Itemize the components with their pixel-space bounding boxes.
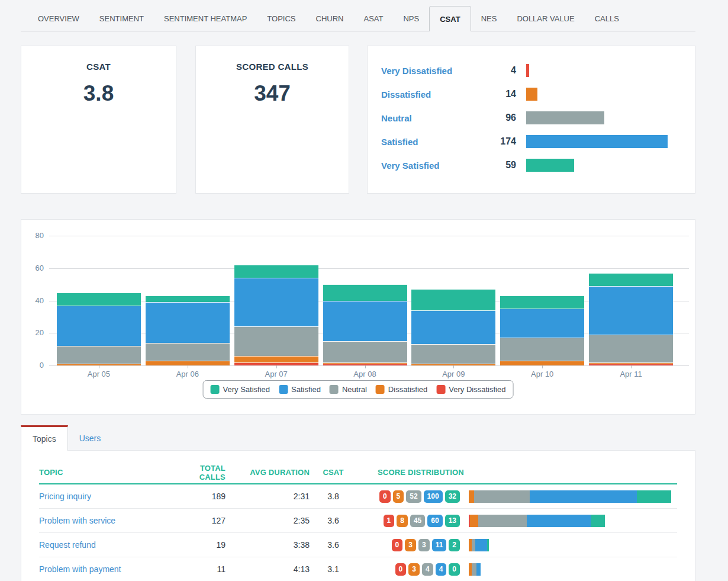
bar-slot-apr-11 [587,236,675,365]
score-distribution-cell: 03440 [357,563,677,576]
score-badge-5: 0 [449,563,460,576]
csat-cell: 3.8 [310,492,357,501]
csat-distribution-panel: Very Dissatisfied4Dissatisfied14Neutral9… [367,46,695,194]
score-badges: 03440 [378,563,460,576]
stacked-bar-apr-05[interactable] [57,293,141,365]
bar-segment-satisfied [589,286,673,335]
scored-calls-card-value: 347 [196,81,349,106]
table-row-problem-with-service: Problem with service1272:353.618456013 [39,509,677,533]
nav-tab-calls[interactable]: CALLS [585,6,629,31]
nav-tab-nps[interactable]: NPS [393,6,429,31]
distribution-value-very-satisfied: 59 [500,160,526,171]
bar-segment-dissatisfied [500,361,584,365]
distribution-bar-satisfied [526,135,668,148]
minibar-segment-5 [591,515,605,527]
stacked-bar-apr-07[interactable] [234,265,318,365]
total-calls-cell: 19 [175,540,226,550]
csat-cell: 3.6 [310,516,357,525]
nav-tab-dollar-value[interactable]: DOLLAR VALUE [507,6,584,31]
tab-users[interactable]: Users [68,425,112,451]
stacked-bar-apr-11[interactable] [589,273,673,365]
legend-item-dissatisfied[interactable]: Dissatisfied [376,385,427,394]
csat-summary-card: CSAT 3.8 [21,46,176,194]
score-badge-2: 5 [393,490,404,503]
stacked-bar-apr-10[interactable] [500,296,584,365]
y-axis-label-20: 20 [21,328,44,337]
stacked-bar-apr-08[interactable] [323,284,407,365]
stacked-bar-apr-06[interactable] [146,296,230,365]
distribution-label-dissatisfied[interactable]: Dissatisfied [381,89,500,99]
score-badge-3: 45 [410,515,425,527]
distribution-label-neutral[interactable]: Neutral [381,113,500,123]
total-calls-cell: 189 [175,492,226,501]
distribution-bar-very-satisfied [526,159,574,172]
x-axis-tick-apr-11 [631,365,632,368]
distribution-label-very-satisfied[interactable]: Very Satisfied [381,161,500,171]
nav-tab-churn[interactable]: CHURN [306,6,354,31]
distribution-label-very-dissatisfied[interactable]: Very Dissatisfied [381,66,500,76]
x-axis-label-apr-06: Apr 06 [161,370,214,378]
csat-cell: 3.1 [310,564,357,574]
score-minibar [469,539,489,551]
distribution-label-satisfied[interactable]: Satisfied [381,137,500,147]
csat-daily-stacked-chart: 806040200Apr 05Apr 06Apr 07Apr 08Apr 09A… [21,219,695,415]
topic-link-problem-with-payment[interactable]: Problem with payment [39,564,121,574]
distribution-value-neutral: 96 [500,113,526,123]
legend-item-satisfied[interactable]: Satisfied [279,385,321,394]
nav-tab-asat[interactable]: ASAT [353,6,393,31]
topic-link-pricing-inquiry[interactable]: Pricing inquiry [39,492,91,501]
score-badge-5: 13 [445,515,460,527]
scored-calls-card-title: SCORED CALLS [196,62,349,72]
bar-segment-satisfied [234,278,318,326]
bar-segment-neutral [323,341,407,362]
distribution-row-dissatisfied: Dissatisfied14 [381,82,683,106]
x-axis-label-apr-11: Apr 11 [604,370,658,378]
topic-link-request-refund[interactable]: Request refund [39,540,96,550]
y-axis-label-80: 80 [21,231,44,240]
nav-tab-overview[interactable]: OVERVIEW [28,6,89,31]
x-axis-label-apr-08: Apr 08 [339,370,392,378]
distribution-row-neutral: Neutral96 [381,106,683,130]
bar-segment-satisfied [411,310,495,344]
distribution-value-satisfied: 174 [500,136,526,147]
bar-segment-neutral [500,338,584,360]
x-axis-label-apr-05: Apr 05 [72,370,125,378]
score-badge-4: 60 [427,515,442,527]
top-nav-tabs: OVERVIEWSENTIMENTSENTIMENT HEATMAPTOPICS… [28,6,629,31]
stacked-bar-apr-09[interactable] [411,289,495,365]
nav-tab-sentiment[interactable]: SENTIMENT [89,6,154,31]
legend-item-neutral[interactable]: Neutral [330,385,367,394]
y-axis-label-40: 40 [21,296,44,305]
tab-topics[interactable]: Topics [21,425,68,451]
nav-tab-csat[interactable]: CSAT [429,6,471,31]
score-distribution-cell: 055210032 [357,490,677,503]
topic-link-problem-with-service[interactable]: Problem with service [39,516,115,525]
csat-card-title: CSAT [21,62,176,72]
legend-swatch-satisfied [279,385,288,394]
legend-label-very-dissatisfied: Very Dissatisfied [449,385,505,394]
nav-tab-topics[interactable]: TOPICS [257,6,305,31]
bar-slot-apr-07 [232,236,321,365]
score-badge-1: 0 [395,563,407,576]
column-header-topic: TOPIC [39,468,175,477]
score-badge-1: 0 [392,539,403,551]
score-badge-3: 4 [422,563,433,576]
score-badge-5: 32 [445,490,460,503]
bar-slot-apr-08 [321,236,410,365]
bar-slot-apr-06 [143,236,232,365]
x-axis-tick-apr-06 [188,365,188,368]
bar-segment-neutral [589,335,673,362]
legend-item-very-satisfied[interactable]: Very Satisfied [211,385,270,394]
nav-tab-nes[interactable]: NES [471,6,507,31]
score-badge-2: 3 [408,563,420,576]
nav-tab-sentiment-heatmap[interactable]: SENTIMENT HEATMAP [154,6,257,31]
legend-label-dissatisfied: Dissatisfied [388,385,427,394]
bar-segment-satisfied [500,309,584,338]
distribution-value-dissatisfied: 14 [500,89,526,99]
minibar-segment-5 [487,539,489,551]
distribution-bar-neutral [526,111,604,124]
x-axis-tick-apr-10 [542,365,543,368]
distribution-value-very-dissatisfied: 4 [500,65,526,76]
legend-item-very-dissatisfied[interactable]: Very Dissatisfied [436,385,505,394]
bar-segment-very-satisfied [589,273,673,286]
